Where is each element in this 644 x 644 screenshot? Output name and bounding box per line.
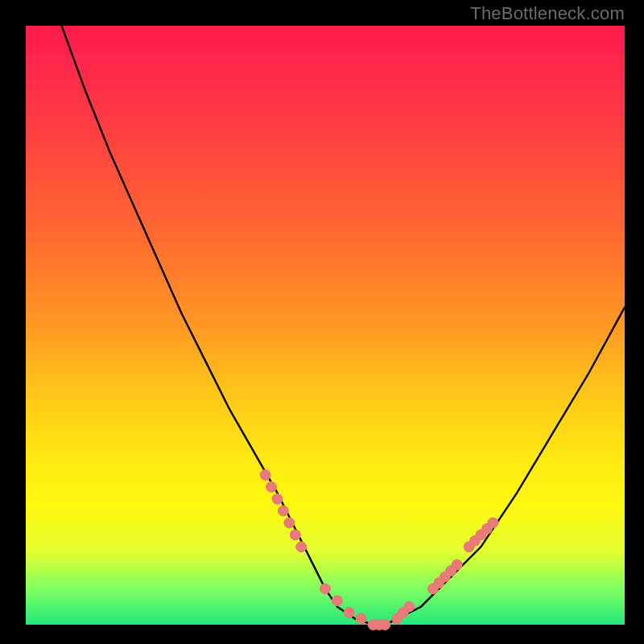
highlight-dot (344, 608, 354, 618)
highlight-dot (290, 530, 300, 540)
highlight-dot (272, 493, 283, 504)
bottleneck-curve (62, 26, 625, 625)
highlight-dot (320, 584, 331, 594)
highlight-dot (260, 470, 270, 481)
watermark-text: TheBottleneck.com (470, 3, 625, 24)
highlight-dot (404, 601, 415, 612)
highlight-dots-group (260, 470, 498, 630)
highlight-dot (278, 506, 288, 516)
highlight-dot (380, 620, 390, 630)
highlight-dot (284, 518, 295, 528)
highlight-dot (452, 559, 462, 570)
highlight-dot (356, 613, 366, 624)
plot-area (26, 26, 625, 625)
highlight-dot (488, 518, 498, 528)
outer-black-frame: TheBottleneck.com (0, 0, 644, 644)
highlight-dot (296, 542, 307, 552)
chart-svg (26, 26, 625, 625)
highlight-dot (266, 481, 277, 492)
highlight-dot (332, 596, 342, 606)
